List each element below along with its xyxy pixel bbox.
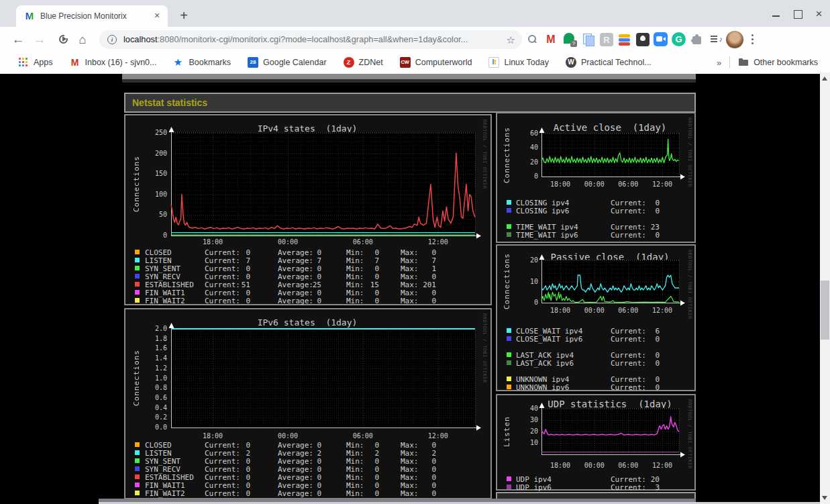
extension-icons: MRG (525, 32, 723, 47)
browser-tab[interactable]: M Blue Precision Monitorix × (16, 5, 168, 27)
grammarly-extension-icon[interactable]: G (672, 32, 686, 46)
ipv4-states-legend-swatch (135, 266, 140, 270)
scrollbar[interactable] (820, 72, 830, 504)
bookmark-label: Linux Today (504, 58, 549, 67)
back-icon[interactable]: ← (8, 27, 28, 52)
ipv6-states-legend-swatch (135, 442, 140, 447)
section-header: Netstat statistics (124, 93, 696, 113)
browser-titlebar: M Blue Precision Monitorix × + × (0, 0, 830, 27)
playlist-extension-icon[interactable] (709, 32, 723, 47)
active-close-graph-panel: Active close (1day)ConnectionsRRDTOOL / … (496, 112, 696, 243)
passive-close-legend-swatch (507, 360, 511, 365)
bookmark-label: Apps (34, 58, 53, 67)
bookmark-label: Computerworld (415, 58, 472, 67)
active-close-legend-swatch (507, 200, 511, 205)
stack-extension-icon[interactable] (617, 32, 632, 47)
minimize-icon[interactable] (772, 9, 780, 18)
url-text[interactable]: localhost:8080/monitorix-cgi/monitorix.c… (123, 30, 503, 49)
ipv6-states-legend-label: FIN_WAIT2 (145, 490, 185, 498)
address-bar[interactable]: i localhost:8080/monitorix-cgi/monitorix… (99, 30, 522, 49)
passive-close-legend-swatch (507, 385, 511, 389)
ipv4-states-legend-value: 0 (293, 297, 321, 305)
scroll-down-icon[interactable] (822, 496, 827, 500)
window-controls: × (772, 0, 823, 27)
passive-close-legend-swatch (507, 336, 511, 341)
maximize-icon[interactable] (793, 9, 802, 18)
ipv4-states-legend-swatch (135, 298, 140, 303)
zoom-extension-icon[interactable] (654, 32, 668, 46)
reload-icon[interactable] (54, 27, 74, 52)
forward-icon[interactable]: → (30, 27, 50, 52)
browser-menu-icon[interactable] (751, 34, 754, 36)
bookmark-label: Google Calendar (263, 58, 327, 67)
puzzle-extension-icon[interactable] (690, 32, 705, 47)
active-close-legend-swatch (507, 224, 511, 229)
hangouts-extension-icon[interactable] (562, 32, 577, 47)
udp-statistics-legend-label: UDP ipv6 (516, 484, 552, 492)
tab-title: Blue Precision Monitorix (40, 5, 154, 27)
bookmark-star-icon[interactable]: ☆ (507, 30, 515, 49)
monitorix-favicon: M (24, 11, 35, 21)
passive-close-legend-swatch (507, 328, 511, 333)
bookmarks-overflow-chevron[interactable]: » (717, 58, 721, 68)
udp-statistics-legend-swatch (507, 476, 511, 481)
star-bookmark-icon: ★ (174, 57, 185, 68)
passive-close-legend-label: LAST_ACK ipv6 (516, 360, 574, 368)
gmail-extension-icon[interactable]: M (543, 32, 558, 47)
bookmark-label: Practical Technol... (581, 58, 652, 67)
home-icon[interactable]: ⌂ (72, 27, 93, 52)
browser-toolbar: ← → ⌂ i localhost:8080/monitorix-cgi/mon… (0, 27, 830, 52)
udp-statistics-graph-panel: UDP statistics (1day)ListenRRDTOOL / TOB… (496, 394, 696, 491)
zdnet-bookmark-icon: Z (344, 57, 354, 68)
profile-avatar[interactable] (726, 31, 743, 48)
ipv4-states-legend-swatch (135, 274, 140, 279)
passive-close-legend-value: 0 (631, 384, 660, 392)
ipv4-states-legend-value: 0 (408, 297, 436, 305)
bookmarks-separator (729, 56, 730, 68)
ipv6-states-legend-value: 0 (351, 490, 379, 498)
tab-close-icon[interactable]: × (152, 11, 162, 21)
passive-close-legend-label: CLOSE_WAIT ipv6 (516, 336, 582, 344)
prev-section-table-border (122, 74, 696, 79)
page-info-icon[interactable]: i (107, 35, 117, 44)
search-extension-icon[interactable] (525, 32, 539, 47)
active-close-legend-value: 0 (631, 232, 660, 240)
passive-close-legend-swatch (507, 352, 511, 357)
ipv6-states-legend-swatch (135, 491, 140, 495)
ipv6-states-legend-swatch (135, 458, 140, 463)
prev-section-table-inner (122, 79, 696, 83)
passive-close-legend-swatch (507, 376, 511, 381)
cal-bookmark-icon: 28 (248, 57, 258, 68)
ipv6-states-legend-swatch (135, 450, 140, 455)
passive-close-graph-panel: Passive close (1day)ConnectionsRRDTOOL /… (496, 244, 696, 391)
keep-extension-icon[interactable] (636, 33, 650, 46)
ipv6-states-legend-value: 0 (293, 490, 321, 498)
ipv4-states-legend-label: FIN_WAIT2 (145, 297, 185, 305)
window-close-icon[interactable]: × (815, 9, 823, 18)
wp-bookmark-icon: W (566, 57, 576, 68)
passive-close-legend-value: 0 (631, 336, 660, 344)
active-close-legend-swatch (507, 232, 511, 237)
active-close-legend-label: TIME_WAIT ipv6 (516, 232, 578, 240)
ipv6-states-legend-swatch (135, 466, 140, 471)
active-close-legend-value: 0 (631, 207, 660, 215)
new-tab-button[interactable]: + (174, 7, 193, 26)
ipv4-states-legend-swatch (135, 282, 140, 287)
passive-close-legend-value: 0 (631, 360, 660, 368)
docs-extension-icon[interactable] (581, 32, 596, 47)
cw-bookmark-icon: CW (400, 57, 411, 68)
gmail-bookmark-icon: M (70, 57, 81, 68)
bookmark-label: ZDNet (359, 58, 383, 67)
scrollbar-thumb[interactable] (821, 281, 829, 340)
bookmark-label: Inbox (16) - sjvn0... (85, 58, 157, 67)
ipv6-states-legend-value: 0 (222, 490, 250, 498)
lt-bookmark-icon: lt (488, 57, 499, 68)
browser-window: M Blue Precision Monitorix × + × ← → ⌂ i… (0, 0, 830, 504)
scroll-up-icon[interactable] (822, 77, 827, 81)
bookmark-label: Bookmarks (189, 58, 231, 67)
passive-close-legend-label: UNKNOWN ipv6 (516, 384, 569, 392)
ipv4-states-graph-panel: IPv4 states (1day)ConnectionsRRDTOOL / T… (124, 114, 492, 305)
reader-extension-icon[interactable]: R (600, 33, 613, 46)
ipv6-states-legend-value: 0 (408, 490, 436, 498)
ipv6-states-legend-swatch (135, 474, 140, 479)
